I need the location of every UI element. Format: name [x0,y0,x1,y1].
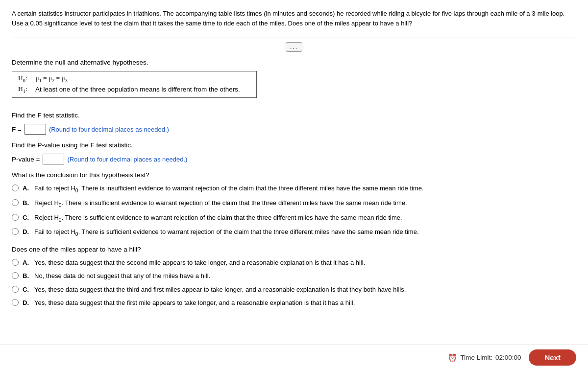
hill-option-1[interactable]: A. Yes, these data suggest that the seco… [12,258,576,268]
next-button[interactable]: Next [529,349,576,355]
conclusion-option-1[interactable]: A. Fail to reject H0. There is insuffici… [12,184,576,194]
f-eq-label: F = [12,126,22,133]
h0-label: H0: [18,74,34,83]
f-answer-box[interactable] [24,124,46,135]
p-value-label: Find the P-value using the F test statis… [12,141,576,149]
clock-icon: ⏰ [448,353,457,355]
hill-option-text-1: Yes, these data suggest that the second … [34,258,365,268]
h1-row: H1: At least one of the three population… [18,85,250,94]
top-divider [12,38,575,38]
hill-radio-1[interactable] [12,259,19,266]
conclusion-radio-1[interactable] [12,185,19,191]
intro-text: A certain statistics instructor particip… [12,9,575,28]
h0-content: μ1 = μ2 = μ3 [34,74,68,83]
p-answer-box[interactable] [43,154,64,164]
conclusion-radio-3[interactable] [12,214,19,221]
section1-label: Determine the null and alternative hypot… [12,59,576,66]
hill-option-text-4: Yes, these data suggest that the first m… [34,298,355,308]
conclusion-option-2[interactable]: B. Reject H0. There is insufficient evid… [12,198,576,209]
hill-label: Does one of the miles appear to have a h… [12,246,576,253]
conclusion-option-letter-3: C. [23,213,32,223]
p-hint: (Round to four decimal places as needed.… [67,156,187,163]
conclusion-option-letter-1: A. [23,184,32,193]
hill-options: A. Yes, these data suggest that the seco… [12,258,576,308]
conclusion-option-text-3: Reject H0. There is sufficient evidence … [34,213,402,224]
time-value: 02:00:00 [495,354,521,355]
hill-option-text-2: No, these data do not suggest that any o… [34,271,210,281]
f-input-row: F = (Round to four decimal places as nee… [12,124,576,135]
h1-content: At least one of the three population mea… [34,86,240,93]
conclusion-radio-4[interactable] [12,228,19,235]
f-test-label: Find the F test statistic. [12,112,576,119]
hill-option-letter-1: A. [23,258,32,268]
conclusion-option-text-2: Reject H0. There is insufficient evidenc… [34,198,407,209]
conclusion-options: A. Fail to reject H0. There is insuffici… [12,184,576,237]
more-button[interactable]: ... [286,42,302,52]
hill-option-4[interactable]: D. Yes, these data suggest that the firs… [12,298,576,308]
conclusion-option-text-1: Fail to reject H0. There is insufficient… [34,184,424,194]
hypothesis-box: H0: μ1 = μ2 = μ3 H1: At least one of the… [12,71,257,98]
hill-option-2[interactable]: B. No, these data do not suggest that an… [12,271,576,281]
hill-radio-3[interactable] [12,286,19,293]
hill-radio-2[interactable] [12,272,19,279]
hill-option-3[interactable]: C. Yes, these data suggest that the thir… [12,285,576,295]
time-limit-display: ⏰ Time Limit: 02:00:00 [448,353,521,355]
hill-option-letter-3: C. [23,285,32,295]
conclusion-option-text-4: Fail to reject H0. There is sufficient e… [34,227,419,238]
conclusion-label: What is the conclusion for this hypothes… [12,171,576,179]
h0-row: H0: μ1 = μ2 = μ3 [18,74,250,83]
h1-label: H1: [18,85,34,94]
time-limit-label: Time Limit: [460,354,492,355]
hill-option-text-3: Yes, these data suggest that the third a… [34,285,406,295]
hill-option-letter-4: D. [23,298,32,308]
p-input-row: P-value = (Round to four decimal places … [12,154,576,164]
hill-radio-4[interactable] [12,299,19,306]
conclusion-option-3[interactable]: C. Reject H0. There is sufficient eviden… [12,213,576,224]
conclusion-option-4[interactable]: D. Fail to reject H0. There is sufficien… [12,227,576,238]
conclusion-radio-2[interactable] [12,199,19,206]
f-hint: (Round to four decimal places as needed.… [49,126,169,133]
footer: ⏰ Time Limit: 02:00:00 Next [0,345,588,355]
p-eq-label: P-value = [12,156,40,163]
conclusion-option-letter-4: D. [23,227,32,237]
hill-option-letter-2: B. [23,271,32,281]
conclusion-option-letter-2: B. [23,198,32,208]
